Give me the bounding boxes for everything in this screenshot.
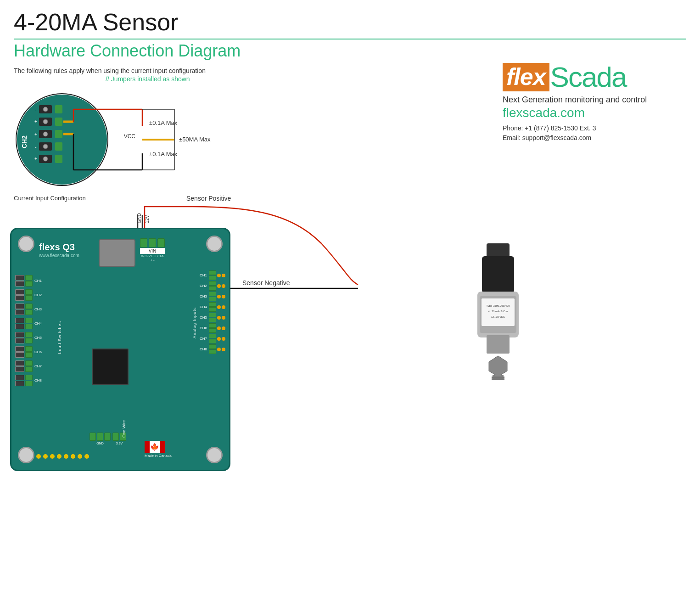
svg-point-14 [43, 144, 48, 149]
bottom-terminals: GND 3.3V [90, 433, 126, 445]
vin-label: VIN [140, 248, 165, 254]
svg-rect-51 [487, 335, 510, 354]
pcb-board: flexs Q3 www.flexscada.com VIN 8-32VDC /… [10, 228, 230, 471]
board-website: www.flexscada.com [39, 253, 79, 258]
board-connections-area: GND 12V Sensor Positive Sensor Negative … [0, 188, 700, 588]
svg-rect-43 [487, 243, 510, 257]
board-name: flexs Q3 [39, 242, 75, 253]
canada-flag-area: 🍁 Made in Canada [145, 441, 172, 458]
subtitle: Hardware Connection Diagram [14, 41, 686, 61]
left-terminals: CH1 CH2 [15, 275, 42, 388]
analog-inputs-label: Analog Inputs [192, 307, 197, 338]
svg-rect-20 [55, 118, 62, 126]
svg-rect-55 [492, 378, 504, 380]
left-diagram-area: The following rules apply when using the… [14, 67, 326, 202]
svg-marker-52 [489, 356, 507, 377]
right-channel-area: CH1 CH2 CH3 [200, 270, 225, 355]
logo-tagline: Next Generation monitoring and control [503, 95, 686, 105]
usb-connector [99, 239, 135, 267]
svg-text:-: - [35, 107, 36, 112]
svg-text:±50MA Max: ±50MA Max [179, 136, 211, 143]
svg-point-5 [43, 107, 48, 112]
svg-point-8 [43, 119, 48, 124]
svg-text:-: - [35, 145, 36, 150]
svg-text:±0.1A Max: ±0.1A Max [149, 119, 178, 126]
logo-area: flex Scada Next Generation monitoring an… [503, 61, 686, 141]
sensor-body: Type 3390.260.420 4...20 mA / 2-Con 12..… [461, 243, 535, 383]
test-points [36, 454, 89, 459]
logo-url: flexscada.com [503, 106, 686, 120]
svg-text:+: + [34, 156, 37, 161]
logo-box: flex Scada [503, 61, 686, 93]
rules-text: The following rules apply when using the… [14, 67, 326, 74]
load-switches-label: Load Switches [57, 321, 62, 354]
logo-email: Email: support@flexscada.com [503, 134, 686, 141]
made-in-canada: Made in Canada [145, 454, 172, 458]
svg-text:+: + [34, 119, 37, 124]
flex-logo-part: flex [503, 63, 549, 91]
page-title: 4-20MA Sensor [0, 0, 700, 36]
svg-text:+: + [34, 132, 37, 137]
svg-rect-23 [55, 155, 62, 163]
svg-text:VCC: VCC [124, 133, 136, 140]
svg-rect-22 [55, 142, 62, 151]
vin-terminal: VIN 8-32VDC / 1A + - [140, 238, 165, 262]
corner-bl [18, 447, 34, 463]
scada-logo-part: Scada [550, 61, 627, 93]
corner-br [206, 447, 223, 463]
circuit-diagram: CH2 - + + - + [14, 84, 298, 195]
svg-text:12...36 VDC: 12...36 VDC [491, 315, 505, 318]
corner-tl [18, 236, 34, 252]
svg-text:±0.1A Max: ±0.1A Max [149, 151, 178, 157]
one-wire-label: One Wire [122, 420, 126, 438]
logo-phone: Phone: +1 (877) 825-1530 Ext. 3 [503, 123, 686, 134]
svg-rect-44 [482, 256, 514, 293]
svg-text:4...20 mA / 2-Con: 4...20 mA / 2-Con [488, 310, 508, 313]
svg-rect-54 [492, 377, 504, 378]
vin-spec: 8-32VDC / 1A [140, 254, 165, 258]
jumper-note: // Jumpers installed as shown [106, 75, 326, 83]
svg-point-17 [43, 157, 48, 161]
svg-rect-21 [55, 130, 62, 138]
corner-tr [206, 236, 223, 252]
svg-point-11 [43, 132, 48, 136]
svg-text:Type 3390.260.420: Type 3390.260.420 [486, 304, 510, 307]
svg-text:CH2: CH2 [21, 135, 28, 148]
main-ic [92, 349, 129, 385]
svg-rect-19 [55, 105, 62, 113]
